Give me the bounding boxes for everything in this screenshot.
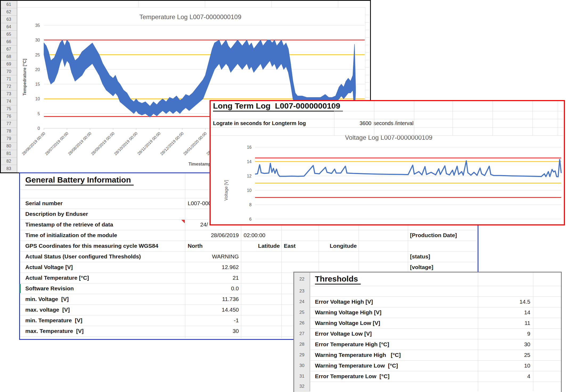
row-header-62[interactable]: 62: [1, 8, 17, 16]
battery-info-cell-value[interactable]: 28/06/2019: [186, 230, 239, 241]
table-row: Time of initialization of the module28/0…: [20, 230, 477, 241]
row-header-24[interactable]: 24: [294, 296, 310, 307]
row-header-78[interactable]: 78: [1, 128, 17, 135]
volt-y-tick-label: 6: [249, 217, 252, 221]
row-header-32[interactable]: 32: [294, 382, 310, 391]
row-header-72[interactable]: 72: [1, 83, 17, 90]
row-header-63[interactable]: 63: [1, 16, 17, 23]
battery-info-cell-value[interactable]: 21: [186, 273, 239, 283]
row-header-65[interactable]: 65: [1, 31, 17, 38]
threshold-row-value[interactable]: 14: [478, 307, 530, 318]
row-header-61[interactable]: 61: [1, 1, 17, 8]
temp-y-tick-label: 20: [35, 67, 40, 72]
battery-info-cell-value[interactable]: 02:00:00: [244, 230, 281, 241]
long-term-log-gridline: [414, 101, 414, 136]
battery-info-cell-value[interactable]: [voltage]: [410, 262, 477, 273]
row-header-77[interactable]: 77: [1, 120, 17, 128]
threshold-row-value[interactable]: 25: [478, 350, 530, 360]
row-header-69[interactable]: 69: [1, 60, 17, 68]
row-header-64[interactable]: 64: [1, 23, 17, 31]
threshold-row-value[interactable]: 4: [478, 371, 530, 382]
battery-info-row-label[interactable]: Software Revision: [25, 283, 74, 294]
battery-info-row-label[interactable]: Serial number: [25, 198, 63, 209]
battery-info-cell-value[interactable]: [status]: [410, 251, 477, 262]
battery-info-cell-value[interactable]: Longitude: [319, 241, 357, 251]
temp-y-tick-label: 0: [38, 126, 40, 131]
battery-info-row-label[interactable]: max. Temperature [V]: [25, 326, 84, 336]
table-row: Actual Status (User configured Threshold…: [20, 251, 477, 262]
row-header-80[interactable]: 80: [1, 143, 17, 150]
battery-info-row-label[interactable]: min. Voltage [V]: [25, 294, 69, 304]
threshold-row-label[interactable]: Error Temperature Low [°C]: [315, 371, 389, 382]
battery-info-row-label[interactable]: min. Temperature [V]: [25, 315, 82, 326]
threshold-row-value[interactable]: 14.5: [478, 296, 530, 307]
row-header-82[interactable]: 82: [1, 158, 17, 165]
battery-info-cell-value[interactable]: [Production Date]: [410, 230, 477, 241]
row-header-26[interactable]: 26: [294, 318, 310, 329]
row-header-29[interactable]: 29: [294, 350, 310, 361]
row-header-23[interactable]: 23: [294, 286, 310, 297]
temp-x-tick-label: 28/10/2019 00:00: [113, 131, 138, 156]
volt-y-tick-label: 8: [249, 203, 252, 207]
battery-info-cell-value[interactable]: 11.736: [186, 294, 239, 304]
temp-y-tick-label: 25: [35, 53, 40, 57]
battery-info-row-label[interactable]: Timestamp of the retrieve of data: [25, 219, 113, 230]
temp-x-tick-label: 28/12/2019 00:00: [159, 131, 184, 156]
battery-info-cell-value[interactable]: -1: [186, 315, 239, 326]
thresholds-gridline: [310, 286, 561, 286]
row-header-27[interactable]: 27: [294, 328, 310, 339]
volt-y-axis-label: Voltage [V]: [224, 180, 228, 200]
threshold-row-value[interactable]: 9: [478, 328, 530, 339]
battery-info-row-label[interactable]: Actual Status (User configured Threshold…: [25, 251, 141, 262]
temp-y-tick-label: 10: [35, 97, 40, 101]
battery-info-cell-value[interactable]: WARNING: [186, 251, 239, 262]
battery-info-cell-value[interactable]: 12.962: [186, 262, 239, 273]
row-header-30[interactable]: 30: [294, 360, 310, 371]
battery-info-row-label[interactable]: Description by Enduser: [25, 209, 88, 219]
battery-info-row-label[interactable]: max. voltage [V]: [25, 304, 70, 315]
threshold-row-value[interactable]: 10: [478, 360, 530, 371]
row-header-81[interactable]: 81: [1, 150, 17, 158]
row-header-column: 6162636465666768697071727374757677787980…: [1, 1, 17, 172]
row-header-28[interactable]: 28: [294, 339, 310, 350]
threshold-row-label[interactable]: Error Temperature High [°C]: [315, 339, 389, 350]
voltage-chart[interactable]: 1614121086Voltage Log L007-0000000109Vol…: [211, 101, 564, 223]
row-header-66[interactable]: 66: [1, 38, 17, 46]
battery-info-cell-value[interactable]: 30: [186, 326, 239, 336]
row-header-71[interactable]: 71: [1, 75, 17, 83]
row-header-73[interactable]: 73: [1, 90, 17, 98]
battery-info-row-label[interactable]: GPS Coordinates for this measuring cycle…: [25, 241, 158, 251]
battery-info-cell-value[interactable]: 0.0: [186, 283, 239, 294]
threshold-row-label[interactable]: Warning Temperature Low [°C]: [315, 360, 398, 371]
row-header-31[interactable]: 31: [294, 371, 310, 382]
threshold-row-label[interactable]: Error Voltage High [V]: [315, 296, 373, 307]
threshold-row-value[interactable]: 11: [478, 318, 530, 328]
battery-info-cell-value[interactable]: East: [284, 241, 318, 251]
row-header-25[interactable]: 25: [294, 307, 310, 318]
row-header-83[interactable]: 83: [1, 165, 17, 172]
threshold-row-label[interactable]: Warning Temperature High [°C]: [315, 350, 401, 360]
volt-y-tick-label: 10: [247, 188, 252, 193]
battery-info-row-label[interactable]: Actual Voltage [V]: [25, 262, 73, 273]
threshold-row-label[interactable]: Warning Voltage High [V]: [315, 307, 382, 318]
threshold-row-label[interactable]: Error Voltage Low [V]: [315, 328, 372, 339]
volt-y-tick-label: 16: [247, 145, 252, 150]
row-header-75[interactable]: 75: [1, 105, 17, 113]
threshold-row-value[interactable]: 30: [478, 339, 530, 350]
battery-info-cell-value[interactable]: Latitude: [243, 241, 280, 251]
long-term-log-gridline: [211, 127, 563, 128]
threshold-row-label[interactable]: Warning Voltage Low [V]: [315, 318, 380, 328]
row-header-76[interactable]: 76: [1, 113, 17, 120]
row-header-67[interactable]: 67: [1, 46, 17, 53]
long-term-log-gridline: [493, 101, 493, 136]
long-term-log-gridline: [211, 119, 563, 119]
row-header-22[interactable]: 22: [294, 273, 310, 286]
battery-info-row-label[interactable]: Actual Temperature [°C]: [25, 273, 89, 283]
battery-info-row-label[interactable]: Time of initialization of the module: [25, 230, 117, 241]
voltage-series: [255, 159, 561, 177]
row-header-68[interactable]: 68: [1, 53, 17, 60]
row-header-74[interactable]: 74: [1, 98, 17, 105]
row-header-70[interactable]: 70: [1, 68, 17, 75]
battery-info-cell-value[interactable]: 14.450: [186, 304, 239, 315]
row-header-79[interactable]: 79: [1, 135, 17, 143]
